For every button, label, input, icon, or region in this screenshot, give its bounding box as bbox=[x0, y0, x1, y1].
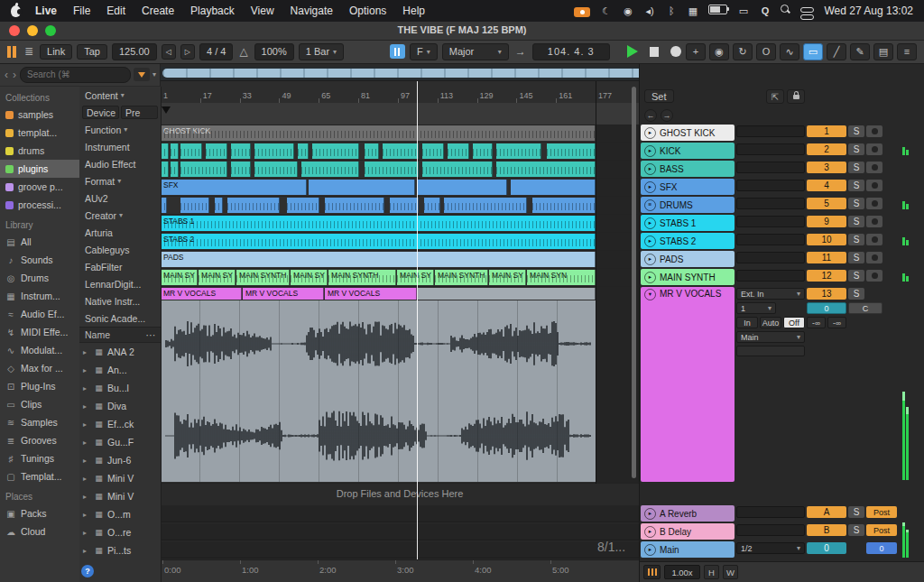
clip[interactable]: MAIN SYNTH bbox=[435, 270, 488, 285]
track-name-cell[interactable]: ▾MR V VOCALS bbox=[641, 287, 735, 482]
post-toggle[interactable]: Post bbox=[866, 506, 897, 518]
search-input[interactable] bbox=[20, 67, 131, 83]
automation-value-cell[interactable] bbox=[736, 506, 805, 518]
solo-button[interactable]: S bbox=[848, 198, 864, 209]
play-button[interactable] bbox=[627, 45, 638, 58]
recording-badge[interactable] bbox=[574, 5, 590, 17]
draw-wave-icon[interactable]: ∿ bbox=[780, 43, 799, 60]
menu-item-create[interactable]: Create bbox=[142, 5, 174, 17]
circle-down-icon[interactable]: ▾ bbox=[644, 289, 656, 300]
automation-value-cell[interactable] bbox=[736, 198, 805, 209]
clip[interactable]: MAIN SYNTH bbox=[328, 270, 396, 285]
arm-button[interactable] bbox=[866, 270, 882, 282]
sidebar-item-templat-[interactable]: templat... bbox=[0, 124, 79, 142]
tree-arrow-icon[interactable]: ▸ bbox=[83, 493, 90, 501]
circle-play-icon[interactable]: ▸ bbox=[644, 272, 656, 283]
clip[interactable] bbox=[161, 198, 167, 213]
gain-a-display[interactable]: -∞ bbox=[807, 317, 826, 328]
mixer-menu-icon[interactable]: ≡ bbox=[897, 43, 917, 60]
prev-marker-button[interactable]: ← bbox=[644, 109, 657, 122]
menu-item-navigate[interactable]: Navigate bbox=[291, 5, 333, 17]
arm-button[interactable] bbox=[866, 162, 882, 173]
browser-forward-button[interactable]: › bbox=[12, 69, 17, 81]
plugin-item[interactable]: ▸▦Mini V bbox=[79, 469, 161, 487]
stop-button[interactable] bbox=[650, 47, 660, 57]
track-name-cell[interactable]: ▸STABS 2 bbox=[641, 233, 735, 249]
apple-menu-icon[interactable] bbox=[11, 5, 21, 17]
clip[interactable] bbox=[547, 143, 596, 159]
circle-play-icon[interactable]: ▸ bbox=[644, 236, 656, 247]
track-name-cell[interactable]: ▸MAIN SYNTH bbox=[641, 269, 735, 285]
clip[interactable] bbox=[312, 143, 359, 159]
plugin-item[interactable]: ▸▦Pi...ts bbox=[79, 541, 161, 559]
keyboard-icon[interactable]: ▦ bbox=[687, 5, 698, 18]
clip[interactable] bbox=[424, 198, 440, 213]
solo-button[interactable]: S bbox=[848, 506, 864, 518]
track-name-cell[interactable]: ▸Main bbox=[641, 541, 735, 558]
solo-button[interactable]: S bbox=[848, 234, 864, 245]
clip[interactable] bbox=[417, 180, 507, 195]
automation-value-cell[interactable] bbox=[736, 270, 805, 282]
sidebar-item-instrum-[interactable]: ▦Instrum... bbox=[0, 287, 79, 305]
scale-name-menu[interactable]: Major▾ bbox=[442, 43, 509, 60]
return-letter-box[interactable]: A bbox=[807, 506, 846, 518]
sidebar-item-grooves[interactable]: ≣Grooves bbox=[0, 431, 79, 449]
plugin-item[interactable]: ▸▦Gu...F bbox=[79, 433, 161, 451]
tree-arrow-icon[interactable]: ▸ bbox=[83, 457, 90, 465]
menu-item-live[interactable]: Live bbox=[35, 5, 57, 17]
playback-speed-display[interactable]: 1.00x bbox=[664, 565, 700, 579]
tree-arrow-icon[interactable]: ▸ bbox=[83, 511, 90, 519]
menu-item-file[interactable]: File bbox=[73, 5, 90, 17]
set-button[interactable]: Set bbox=[644, 89, 674, 103]
link-button[interactable]: Link bbox=[40, 44, 72, 60]
solo-button[interactable]: S bbox=[848, 180, 864, 191]
next-marker-button[interactable]: → bbox=[661, 109, 673, 122]
clip[interactable] bbox=[309, 180, 415, 195]
info-icon[interactable]: ? bbox=[81, 565, 94, 577]
track-name-cell[interactable]: ▸KICK bbox=[641, 143, 735, 159]
sidebar-item-processi-[interactable]: processi... bbox=[0, 196, 79, 214]
track-name-cell[interactable]: ▸STABS 1 bbox=[641, 215, 735, 231]
track-number-box[interactable]: 5 bbox=[807, 198, 846, 209]
filter-item-arturia[interactable]: Arturia bbox=[79, 224, 161, 241]
solo-button[interactable]: S bbox=[848, 270, 864, 282]
clip[interactable]: PADS bbox=[161, 252, 596, 267]
track-number-box[interactable]: 4 bbox=[807, 180, 846, 191]
volume-icon[interactable]: ◂) bbox=[643, 5, 655, 18]
filter-chip-pre[interactable]: Pre bbox=[121, 106, 158, 119]
clip[interactable] bbox=[171, 143, 179, 159]
re-enable-automation-icon[interactable]: ↻ bbox=[733, 43, 753, 60]
clip[interactable]: MAIN SY bbox=[161, 270, 198, 285]
sidebar-item-packs[interactable]: ▣Packs bbox=[0, 504, 79, 522]
follow-button[interactable]: → bbox=[513, 45, 528, 58]
solo-button[interactable]: S bbox=[848, 125, 864, 137]
bluetooth-icon[interactable]: ᛒ bbox=[665, 5, 677, 17]
tree-arrow-icon[interactable]: ▸ bbox=[83, 402, 90, 411]
clip[interactable]: STABS 1 bbox=[161, 216, 596, 231]
moon-icon[interactable]: ☾ bbox=[600, 5, 612, 18]
solo-button[interactable]: S bbox=[848, 216, 864, 227]
track-number-box[interactable]: 1 bbox=[807, 125, 846, 137]
expand-io-icon[interactable]: ⇱ bbox=[766, 89, 784, 104]
main-value-display[interactable]: 0 bbox=[866, 542, 897, 554]
cue-meter-icon[interactable] bbox=[643, 565, 661, 579]
track-name-cell[interactable]: ▸SFX bbox=[641, 179, 735, 195]
automation-value-cell[interactable] bbox=[736, 216, 805, 227]
main-lane[interactable] bbox=[161, 541, 639, 559]
track-name-cell[interactable]: ▸GHOST KICK bbox=[641, 125, 735, 141]
menu-item-view[interactable]: View bbox=[251, 5, 274, 17]
arm-button[interactable] bbox=[866, 180, 882, 191]
automation-value-cell[interactable] bbox=[736, 252, 805, 263]
sidebar-item-drums[interactable]: drums bbox=[0, 142, 79, 160]
automation-value-cell[interactable] bbox=[736, 524, 805, 536]
track-number-box[interactable]: 12 bbox=[807, 270, 846, 282]
track-number-box[interactable]: 13 bbox=[807, 288, 846, 300]
clip[interactable] bbox=[161, 162, 169, 177]
clip[interactable]: MAIN SY bbox=[397, 270, 434, 285]
search-icon[interactable] bbox=[781, 5, 790, 17]
filter-item-audio-effect[interactable]: Audio Effect bbox=[79, 155, 161, 172]
automation-value-cell[interactable] bbox=[736, 162, 805, 173]
circle-play-icon[interactable]: ▸ bbox=[644, 217, 656, 229]
clip[interactable] bbox=[422, 143, 444, 159]
sidebar-item-clips[interactable]: ▭Clips bbox=[0, 395, 79, 413]
